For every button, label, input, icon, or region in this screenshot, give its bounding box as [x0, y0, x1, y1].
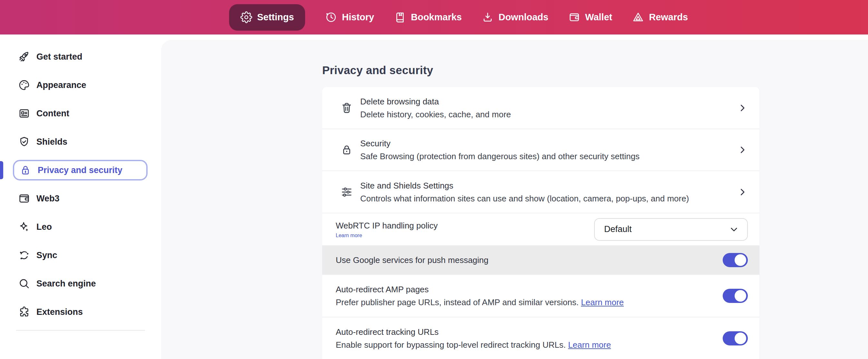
palette-icon — [18, 79, 30, 91]
row-security[interactable]: Security Safe Browsing (protection from … — [322, 128, 760, 171]
row-subtitle-text: Enable support for bypassing top-level r… — [336, 340, 566, 350]
sidebar-item-label: Sync — [36, 250, 57, 260]
toggle-knob — [735, 254, 746, 266]
nav-bookmarks[interactable]: Bookmarks — [394, 11, 462, 23]
bookmarks-book-icon — [394, 11, 406, 23]
sidebar-item-get-started[interactable]: Get started — [0, 47, 161, 67]
page-title: Privacy and security — [322, 63, 760, 77]
search-icon — [18, 277, 30, 290]
row-text: Site and Shields Settings Controls what … — [360, 180, 689, 204]
download-tray-icon — [482, 11, 494, 23]
row-subtitle: Safe Browsing (protection from dangerous… — [360, 151, 640, 161]
row-text: Delete browsing data Delete history, coo… — [360, 96, 511, 120]
row-site-shields-settings[interactable]: Site and Shields Settings Controls what … — [322, 171, 760, 213]
sync-icon — [18, 249, 30, 261]
puzzle-icon — [18, 306, 30, 318]
amp-redirect-toggle[interactable] — [723, 289, 748, 303]
sidebar-item-label: Privacy and security — [38, 165, 122, 175]
shield-check-icon — [18, 136, 30, 148]
row-title: WebRTC IP handling policy — [336, 220, 438, 231]
sidebar-item-content[interactable]: Content — [0, 103, 161, 124]
settings-card: Delete browsing data Delete history, coo… — [322, 87, 760, 359]
sidebar-item-web3[interactable]: Web3 — [0, 188, 161, 209]
toggle-knob — [735, 290, 746, 302]
sidebar-item-label: Shields — [36, 137, 67, 147]
gear-icon — [240, 11, 252, 23]
row-text: Auto-redirect AMP pages Prefer publisher… — [336, 284, 624, 307]
top-navigation: Settings History Bookmarks — [0, 0, 868, 34]
row-title: Use Google services for push messaging — [336, 255, 489, 265]
settings-main-panel: Privacy and security Delete browsing dat… — [161, 40, 868, 359]
row-subtitle: Enable support for bypassing top-level r… — [336, 340, 611, 350]
sidebar-item-label: Get started — [36, 52, 83, 62]
sidebar-item-leo[interactable]: Leo — [0, 216, 161, 237]
rocket-icon — [18, 51, 30, 63]
sidebar-divider — [16, 330, 145, 331]
webrtc-policy-select[interactable]: Default — [594, 218, 748, 241]
row-subtitle: Prefer publisher page URLs, instead of A… — [336, 297, 624, 307]
lock-icon — [340, 143, 353, 156]
chevron-right-icon — [738, 188, 747, 196]
row-title: Delete browsing data — [360, 96, 511, 107]
sliders-icon — [340, 186, 353, 199]
sidebar-item-sync[interactable]: Sync — [0, 245, 161, 266]
nav-settings[interactable]: Settings — [229, 4, 305, 31]
row-title: Security — [360, 138, 640, 149]
sidebar-item-privacy-and-security[interactable]: Privacy and security — [13, 160, 148, 180]
row-subtitle-text: Prefer publisher page URLs, instead of A… — [336, 297, 579, 307]
sidebar-item-label: Content — [36, 109, 69, 119]
tracking-learn-more-link[interactable]: Learn more — [568, 340, 611, 350]
row-text: WebRTC IP handling policy Learn more — [336, 220, 438, 238]
row-text: Security Safe Browsing (protection from … — [360, 138, 640, 161]
row-subtitle: Delete history, cookies, cache, and more — [360, 109, 511, 120]
row-webrtc-policy: WebRTC IP handling policy Learn more Def… — [322, 213, 760, 245]
chevron-right-icon — [738, 104, 747, 112]
sidebar-item-search-engine[interactable]: Search engine — [0, 273, 161, 294]
tracking-url-redirect-toggle[interactable] — [723, 331, 748, 346]
chevron-down-icon — [729, 225, 739, 234]
amp-learn-more-link[interactable]: Learn more — [581, 297, 624, 307]
wallet-icon — [18, 192, 30, 205]
sidebar-item-extensions[interactable]: Extensions — [0, 302, 161, 322]
row-delete-browsing-data[interactable]: Delete browsing data Delete history, coo… — [322, 87, 760, 128]
privacy-security-section: Privacy and security Delete browsing dat… — [322, 63, 760, 359]
bat-triangle-icon — [632, 11, 644, 23]
sidebar-item-label: Leo — [36, 222, 52, 232]
nav-history-label: History — [342, 12, 374, 23]
nav-rewards-label: Rewards — [649, 12, 688, 23]
row-text: Auto-redirect tracking URLs Enable suppo… — [336, 327, 611, 350]
nav-rewards[interactable]: Rewards — [632, 11, 688, 23]
row-subtitle: Controls what information sites can use … — [360, 193, 689, 204]
row-push-messaging: Use Google services for push messaging — [322, 245, 760, 274]
webrtc-learn-more-link[interactable]: Learn more — [336, 233, 438, 238]
sidebar-item-shields[interactable]: Shields — [0, 131, 161, 152]
nav-wallet-label: Wallet — [585, 12, 612, 23]
sidebar-item-label: Extensions — [36, 307, 83, 317]
nav-bookmarks-label: Bookmarks — [411, 12, 462, 23]
history-clock-icon — [325, 11, 337, 23]
chevron-right-icon — [738, 146, 747, 154]
sidebar-item-label: Search engine — [36, 279, 96, 289]
content-window-icon — [18, 107, 30, 120]
selected-option: Default — [604, 224, 729, 234]
push-messaging-toggle[interactable] — [723, 253, 748, 267]
sparkles-icon — [18, 221, 30, 233]
row-title: Auto-redirect AMP pages — [336, 284, 624, 295]
nav-wallet[interactable]: Wallet — [568, 11, 612, 23]
trash-icon — [340, 101, 353, 114]
sidebar-item-label: Web3 — [36, 194, 60, 204]
wallet-icon — [568, 11, 580, 23]
sidebar-item-appearance[interactable]: Appearance — [0, 75, 161, 95]
selected-indicator — [0, 161, 3, 179]
nav-downloads[interactable]: Downloads — [482, 11, 548, 23]
nav-settings-label: Settings — [257, 12, 294, 23]
nav-downloads-label: Downloads — [498, 12, 548, 23]
settings-sidebar: Get started Appearance Content — [0, 34, 161, 359]
lock-icon — [19, 164, 32, 176]
nav-history[interactable]: History — [325, 11, 374, 23]
row-amp-redirect: Auto-redirect AMP pages Prefer publisher… — [322, 274, 760, 317]
row-tracking-urls: Auto-redirect tracking URLs Enable suppo… — [322, 317, 760, 359]
toggle-knob — [735, 333, 746, 344]
top-navigation-bar: Settings History Bookmarks — [0, 0, 868, 34]
row-title: Auto-redirect tracking URLs — [336, 327, 611, 337]
